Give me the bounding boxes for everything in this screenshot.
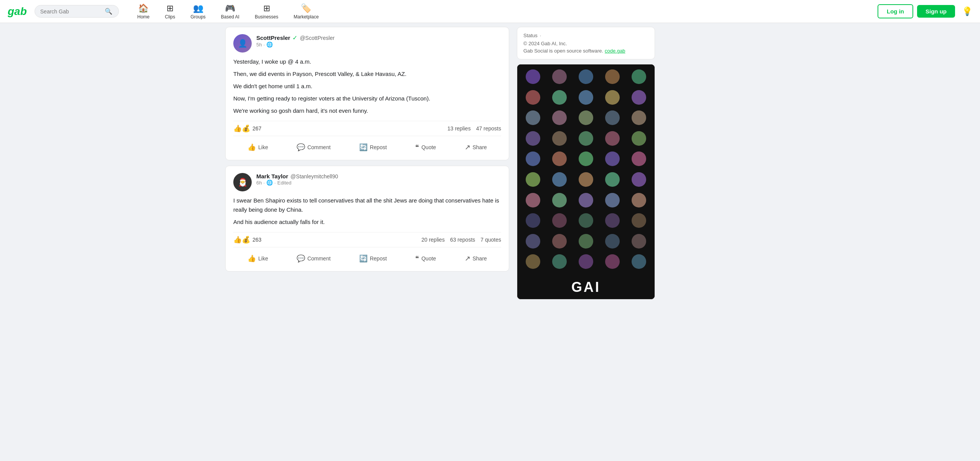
author-line: Mark Taylor @Stanleymitchell90 <box>256 173 338 179</box>
nav-label-home: Home <box>137 14 150 20</box>
avatar: 🎅 <box>233 173 252 191</box>
face-circle <box>605 193 620 207</box>
post-text-line3: We didn't get home until 1 a.m. <box>233 82 501 91</box>
status-label[interactable]: Status <box>523 33 538 38</box>
repost-count[interactable]: 63 reposts <box>450 237 475 243</box>
repost-button[interactable]: 🔄 Repost <box>354 251 392 266</box>
page-layout: 👤 ScottPresler ✓ @ScottPresler 5h · 🌐 <box>221 0 759 303</box>
post-stats: 👍💰 263 20 replies 63 reposts 7 quotes <box>233 232 501 247</box>
post-actions: 👍 Like 💬 Comment 🔄 Repost ❝ Quote ↗ <box>233 250 501 267</box>
comment-icon: 💬 <box>297 254 305 263</box>
like-button[interactable]: 👍 Like <box>242 251 274 266</box>
face-circle <box>552 254 567 269</box>
post-body: I swear Ben Shapiro exists to tell conse… <box>233 196 501 227</box>
quote-count[interactable]: 7 quotes <box>480 237 501 243</box>
face-circle <box>632 254 646 269</box>
share-icon: ↗ <box>465 254 470 263</box>
face-circle <box>526 90 540 105</box>
ad-image-content: // This will be rendered after body load <box>517 64 655 275</box>
quote-icon: ❝ <box>415 254 419 263</box>
face-circle <box>526 110 540 125</box>
globe-icon: 🌐 <box>266 179 273 186</box>
post-text-line5: We're working so gosh darn hard, it's no… <box>233 106 501 115</box>
globe-icon: 🌐 <box>266 41 273 48</box>
login-button[interactable]: Log in <box>878 4 913 18</box>
post-actions: 👍 Like 💬 Comment 🔄 Repost ❝ Quote ↗ <box>233 138 501 156</box>
face-circle <box>605 254 620 269</box>
reply-count[interactable]: 20 replies <box>421 237 445 243</box>
quote-button[interactable]: ❝ Quote <box>410 140 441 155</box>
repost-label: Repost <box>370 144 387 150</box>
author-name: Mark Taylor <box>256 173 288 179</box>
search-bar[interactable]: 🔍 <box>35 5 119 18</box>
sidebar-item-based-ai[interactable]: 🎮 Based AI <box>214 1 246 22</box>
author-handle: @ScottPresler <box>300 35 334 41</box>
right-panel: Status · © 2024 Gab AI, Inc. Gab Social … <box>513 23 659 303</box>
repost-button[interactable]: 🔄 Repost <box>354 140 392 155</box>
face-circle <box>605 69 620 84</box>
face-circle <box>579 254 593 269</box>
edited-label: Edited <box>277 180 292 186</box>
ad-bottom-text: GAI <box>517 275 655 299</box>
reactions: 👍💰 267 <box>233 124 261 133</box>
share-button[interactable]: ↗ Share <box>459 140 492 155</box>
comment-label: Comment <box>307 144 331 150</box>
like-button[interactable]: 👍 Like <box>242 140 274 155</box>
face-circle <box>632 193 646 207</box>
post-text-line4: Now, I'm getting ready to register voter… <box>233 94 501 103</box>
search-input[interactable] <box>40 8 102 15</box>
share-button[interactable]: ↗ Share <box>459 251 492 266</box>
verified-badge: ✓ <box>292 34 297 41</box>
face-circle <box>552 69 567 84</box>
sidebar-item-marketplace[interactable]: 🏷️ Marketplace <box>287 1 325 22</box>
face-circle <box>632 69 646 84</box>
face-circle <box>552 151 567 166</box>
sidebar-item-groups[interactable]: 👥 Groups <box>183 1 212 22</box>
face-circle <box>632 110 646 125</box>
theme-toggle-button[interactable]: 💡 <box>962 7 972 16</box>
share-label: Share <box>473 144 487 150</box>
face-circle <box>605 151 620 166</box>
like-label: Like <box>258 255 268 262</box>
signup-button[interactable]: Sign up <box>917 5 955 18</box>
comment-button[interactable]: 💬 Comment <box>291 251 336 266</box>
sidebar-item-home[interactable]: 🏠 Home <box>130 1 157 22</box>
search-icon: 🔍 <box>105 8 112 15</box>
sidebar-item-clips[interactable]: ⊞ Clips <box>158 1 182 22</box>
face-circle <box>526 69 540 84</box>
reply-count[interactable]: 13 replies <box>447 125 471 132</box>
stat-links: 13 replies 47 reposts <box>447 125 501 132</box>
quote-button[interactable]: ❝ Quote <box>410 251 441 266</box>
post-header: 🎅 Mark Taylor @Stanleymitchell90 6h · 🌐 … <box>233 173 501 191</box>
post-time: 6h · 🌐 · Edited <box>256 179 338 186</box>
post-stats: 👍💰 267 13 replies 47 reposts <box>233 121 501 136</box>
post-text-line2: And his audience actually falls for it. <box>233 217 501 227</box>
face-circle <box>579 110 593 125</box>
repost-count[interactable]: 47 reposts <box>476 125 501 132</box>
post-card: 🎅 Mark Taylor @Stanleymitchell90 6h · 🌐 … <box>225 166 509 272</box>
quote-label: Quote <box>421 144 436 150</box>
face-circle <box>632 172 646 187</box>
status-line: Status · <box>523 33 648 38</box>
avatar-image: 🎅 <box>238 178 247 187</box>
sidebar-item-businesses[interactable]: ⊞ Businesses <box>248 1 285 22</box>
share-label: Share <box>473 255 487 262</box>
face-circle <box>632 151 646 166</box>
face-circle <box>552 131 567 146</box>
face-circle <box>526 254 540 269</box>
status-card: Status · © 2024 Gab AI, Inc. Gab Social … <box>517 27 655 59</box>
copyright-text: © 2024 Gab AI, Inc. <box>523 41 648 46</box>
reactions: 👍💰 263 <box>233 235 261 244</box>
face-circle <box>579 131 593 146</box>
code-link[interactable]: code.gab <box>605 48 625 54</box>
face-circle <box>579 172 593 187</box>
repost-icon: 🔄 <box>359 143 368 151</box>
face-circle <box>552 90 567 105</box>
face-circle <box>632 90 646 105</box>
comment-button[interactable]: 💬 Comment <box>291 140 336 155</box>
face-circle <box>605 172 620 187</box>
post-meta: ScottPresler ✓ @ScottPresler 5h · 🌐 <box>256 34 335 48</box>
post-card: 👤 ScottPresler ✓ @ScottPresler 5h · 🌐 <box>225 27 509 160</box>
face-circle <box>552 234 567 249</box>
author-line: ScottPresler ✓ @ScottPresler <box>256 34 335 41</box>
